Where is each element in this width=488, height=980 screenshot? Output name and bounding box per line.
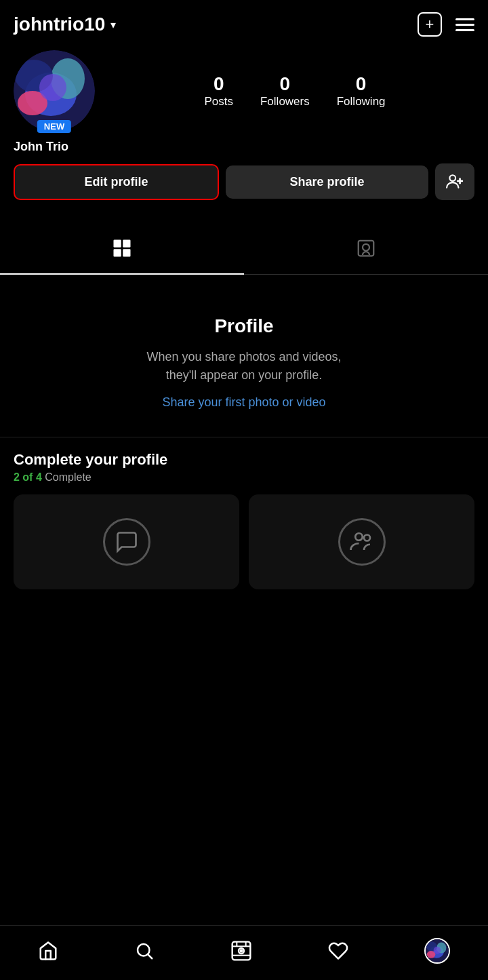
people-icon [338,518,386,566]
add-person-button[interactable] [435,163,474,200]
nav-reels[interactable] [224,937,259,964]
followers-stat[interactable]: 0 Followers [260,73,310,109]
content-area: Profile When you share photos and videos… [0,275,488,437]
share-first-photo-link[interactable]: Share your first photo or video [162,395,325,409]
header-left: johntrio10 ▾ [14,14,116,35]
svg-rect-13 [359,241,374,256]
complete-card-follow[interactable] [249,494,474,589]
complete-cards [14,494,474,589]
following-count: 0 [356,73,367,95]
nav-home[interactable] [31,938,65,964]
menu-icon[interactable] [455,18,474,31]
svg-point-15 [355,533,363,541]
svg-point-16 [364,535,370,541]
grid-icon [112,238,132,263]
profile-empty-title: Profile [14,315,474,337]
profile-name: John Trio [14,140,474,154]
edit-profile-button[interactable]: Edit profile [14,164,219,200]
stats: 0 Posts 0 Followers 0 Following [115,73,474,109]
svg-rect-9 [114,240,121,248]
tagged-icon [356,238,376,263]
svg-point-21 [241,950,243,952]
tab-tagged[interactable] [244,227,488,274]
nav-profile[interactable] [418,935,457,966]
avatar[interactable] [14,50,95,132]
svg-line-18 [148,955,152,958]
complete-profile-progress: 2 of 4 Complete [14,471,474,484]
new-badge: NEW [37,120,71,133]
svg-rect-10 [123,240,130,248]
svg-rect-11 [114,249,121,256]
svg-point-5 [39,74,66,101]
tab-grid[interactable] [0,227,244,274]
nav-search[interactable] [127,938,161,964]
username-label[interactable]: johntrio10 [14,14,105,35]
svg-point-14 [363,244,369,251]
profile-top: NEW 0 Posts 0 Followers 0 Following [14,50,474,132]
followers-count: 0 [280,73,291,95]
svg-rect-12 [123,249,130,256]
posts-stat[interactable]: 0 Posts [204,73,233,109]
complete-profile-title: Complete your profile [14,451,474,469]
nav-likes[interactable] [321,938,355,964]
tabs [0,227,488,275]
nav-profile-avatar [424,938,450,964]
chevron-down-icon[interactable]: ▾ [110,18,116,31]
complete-card-message[interactable] [14,494,239,589]
profile-section: NEW 0 Posts 0 Followers 0 Following John… [0,43,488,214]
svg-point-6 [449,175,455,181]
share-profile-button[interactable]: Share profile [226,165,428,199]
followers-label: Followers [260,95,310,109]
action-buttons: Edit profile Share profile [14,163,474,200]
plus-icon: + [426,16,434,33]
message-icon [103,518,150,566]
profile-empty-desc: When you share photos and videos, they'l… [14,348,474,385]
posts-count: 0 [214,73,224,95]
header: johntrio10 ▾ + [0,0,488,43]
svg-point-17 [138,944,150,956]
posts-label: Posts [204,95,233,109]
complete-profile-section: Complete your profile 2 of 4 Complete [0,437,488,596]
svg-point-31 [434,947,441,954]
following-stat[interactable]: 0 Following [337,73,386,109]
avatar-wrapper: NEW [14,50,95,132]
bottom-nav [0,925,488,980]
create-post-icon[interactable]: + [418,12,442,37]
header-right: + [418,12,474,37]
following-label: Following [337,95,386,109]
